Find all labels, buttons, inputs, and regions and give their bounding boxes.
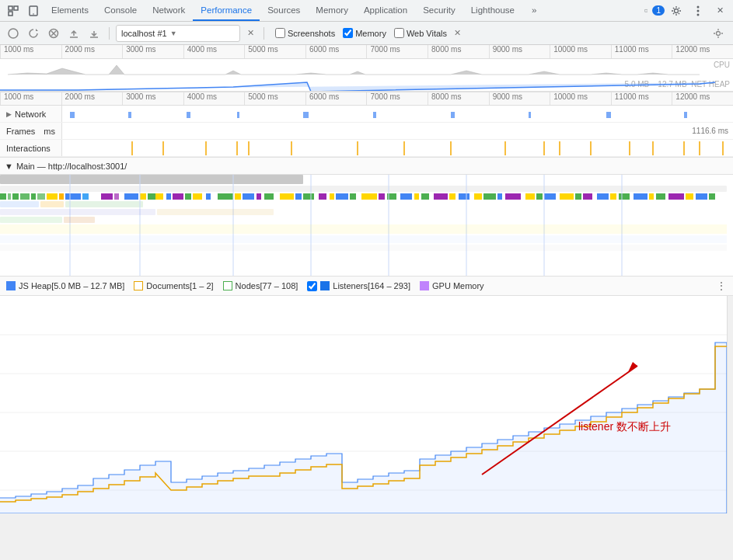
svg-rect-94 <box>459 193 469 200</box>
reload-record-button[interactable] <box>25 25 42 42</box>
svg-point-8 <box>697 9 700 12</box>
svg-rect-102 <box>560 193 574 200</box>
tab-elements[interactable]: Elements <box>44 1 96 21</box>
svg-rect-91 <box>421 193 429 200</box>
svg-rect-106 <box>610 193 616 200</box>
legend-documents[interactable]: Documents[1 – 2] <box>134 281 213 290</box>
tick-9000: 9000 ms <box>489 45 550 58</box>
svg-rect-56 <box>47 193 58 200</box>
tick-12000: 12000 ms <box>672 45 733 58</box>
svg-rect-0 <box>9 6 12 10</box>
web-vitals-checkbox[interactable] <box>394 28 404 38</box>
svg-rect-126 <box>64 217 95 223</box>
overview-panel: 1000 ms 2000 ms 3000 ms 4000 ms 5000 ms … <box>0 45 733 92</box>
main-tick-3000: 3000 ms <box>122 92 183 105</box>
svg-rect-23 <box>373 112 376 118</box>
legend-gpu-memory[interactable]: GPU Memory <box>420 281 484 290</box>
svg-rect-20 <box>187 112 190 118</box>
download-button[interactable] <box>86 25 103 42</box>
tick-11000: 11000 ms <box>611 45 672 58</box>
tick-4000: 4000 ms <box>183 45 245 58</box>
interactions-track-label: Interactions <box>0 140 62 156</box>
clear-button[interactable] <box>45 25 62 42</box>
legend-js-heap[interactable]: JS Heap[5.0 MB – 12.7 MB] <box>6 281 124 290</box>
main-tick-11000: 11000 ms <box>611 92 672 105</box>
main-ruler: 1000 ms 2000 ms 3000 ms 4000 ms 5000 ms … <box>0 92 733 106</box>
legend-nodes[interactable]: Nodes[77 – 108] <box>223 281 298 290</box>
tab-sources[interactable]: Sources <box>260 1 308 21</box>
main-section: ▼ Main — http://localhost:3001/ <box>0 157 733 276</box>
settings-icon[interactable] <box>666 1 686 21</box>
record-button[interactable] <box>5 25 22 42</box>
svg-rect-93 <box>449 193 456 200</box>
main-tick-6000: 6000 ms <box>305 92 367 105</box>
svg-rect-83 <box>330 193 334 200</box>
network-expand-arrow[interactable]: ▶ <box>6 110 12 118</box>
tab-performance[interactable]: Performance <box>193 1 260 21</box>
svg-rect-111 <box>668 193 684 200</box>
svg-rect-69 <box>166 193 171 200</box>
legend-listeners[interactable]: Listeners[164 – 293] <box>307 281 410 291</box>
svg-rect-1 <box>14 6 18 10</box>
frames-track: Frames ms 1116.6 ms <box>0 123 733 140</box>
main-section-header: ▼ Main — http://localhost:3001/ <box>0 158 733 175</box>
nodes-swatch <box>223 281 232 290</box>
svg-rect-18 <box>70 112 75 118</box>
svg-rect-113 <box>696 193 707 200</box>
svg-rect-72 <box>193 193 202 200</box>
clear-timeline-button[interactable]: ✕ <box>450 26 464 40</box>
svg-rect-82 <box>319 193 326 200</box>
svg-rect-5 <box>644 9 647 12</box>
tab-more[interactable]: » <box>524 1 544 21</box>
upload-button[interactable] <box>65 25 82 42</box>
clear-url-button[interactable]: ✕ <box>243 26 257 40</box>
url-display[interactable]: localhost #1 ▼ <box>116 25 240 42</box>
legend-more-button[interactable]: ⋮ <box>716 280 727 292</box>
main-tracks-content <box>0 175 733 276</box>
svg-rect-100 <box>536 193 543 200</box>
tab-security[interactable]: Security <box>415 1 463 21</box>
tab-memory[interactable]: Memory <box>308 1 356 21</box>
main-tick-5000: 5000 ms <box>244 92 305 105</box>
svg-rect-108 <box>634 193 647 200</box>
badge: 1 <box>652 5 665 16</box>
gpu-memory-swatch <box>420 281 429 290</box>
svg-rect-80 <box>295 193 302 200</box>
cpu-overview-chart <box>0 59 715 76</box>
tab-application[interactable]: Application <box>356 1 415 21</box>
listeners-checkbox[interactable] <box>307 281 317 291</box>
svg-rect-105 <box>597 193 609 200</box>
main-expand-arrow[interactable]: ▼ <box>5 162 13 171</box>
right-scrollbar[interactable] <box>727 296 733 513</box>
inspect-icon[interactable] <box>3 1 23 21</box>
memory-checkbox[interactable] <box>343 28 353 38</box>
svg-rect-129 <box>0 245 727 251</box>
svg-rect-58 <box>65 193 81 200</box>
network-track-label[interactable]: ▶ Network <box>0 106 62 122</box>
device-icon[interactable] <box>23 1 44 21</box>
tab-console[interactable]: Console <box>96 1 145 21</box>
svg-rect-96 <box>483 193 496 200</box>
chat-icon[interactable]: 1 <box>644 1 665 21</box>
svg-rect-22 <box>303 112 309 118</box>
svg-rect-53 <box>20 193 30 200</box>
svg-rect-2 <box>9 12 12 16</box>
svg-rect-65 <box>0 201 39 207</box>
overview-ruler: 1000 ms 2000 ms 3000 ms 4000 ms 5000 ms … <box>0 45 733 59</box>
svg-point-4 <box>33 13 34 15</box>
web-vitals-checkbox-group[interactable]: Web Vitals <box>394 28 447 38</box>
screenshots-checkbox-group[interactable]: Screenshots <box>275 28 335 38</box>
tab-network[interactable]: Network <box>145 1 193 21</box>
separator <box>109 27 110 40</box>
capture-settings-button[interactable] <box>708 23 728 43</box>
documents-swatch <box>134 281 143 290</box>
overflow-icon[interactable] <box>688 1 708 21</box>
screenshots-checkbox[interactable] <box>275 28 285 38</box>
tab-lighthouse[interactable]: Lighthouse <box>463 1 522 21</box>
close-icon[interactable]: ✕ <box>710 1 730 21</box>
frames-track-content <box>62 123 692 139</box>
svg-rect-51 <box>8 193 11 200</box>
svg-point-10 <box>9 29 18 38</box>
svg-rect-70 <box>173 193 183 200</box>
memory-checkbox-group[interactable]: Memory <box>343 28 386 38</box>
